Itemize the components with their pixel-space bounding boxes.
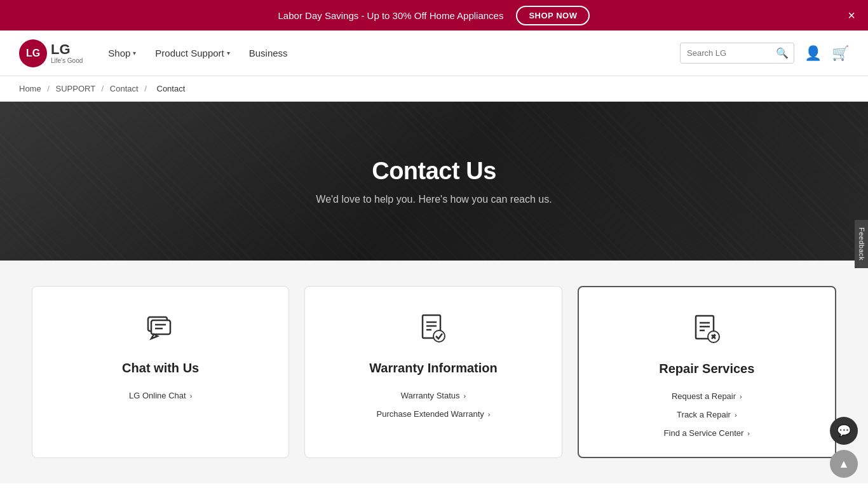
nav-item-product-support[interactable]: Product Support ▾ [155, 48, 229, 58]
lg-online-chat-label: LG Online Chat [129, 391, 186, 400]
breadcrumb-home[interactable]: Home [19, 84, 41, 93]
announcement-bar: Labor Day Savings - Up to 30% Off Home A… [0, 0, 868, 30]
hero-content: Contact Us We'd love to help you. Here's… [316, 158, 552, 205]
repair-card-links: Request a Repair › Track a Repair › Find… [598, 391, 816, 438]
chat-card: Chat with Us LG Online Chat › [32, 286, 289, 458]
logo-text-area: LG Life's Good [51, 42, 83, 64]
logo-circle: LG [19, 39, 47, 67]
warranty-icon-svg [417, 312, 449, 344]
repair-card-icon [691, 313, 722, 350]
nav-shop-label: Shop [108, 48, 130, 58]
shop-now-button[interactable]: SHOP NOW [516, 6, 590, 25]
logo-lg-text: LG [51, 42, 83, 57]
main-nav: Shop ▾ Product Support ▾ Business [108, 48, 680, 58]
chat-link-chevron: › [190, 392, 193, 400]
breadcrumb-contact-link[interactable]: Contact [110, 84, 139, 93]
scroll-to-top-button[interactable]: ▲ [830, 450, 858, 478]
chat-card-links: LG Online Chat › [51, 391, 269, 400]
repair-icon-svg [691, 313, 722, 344]
hero-subtitle: We'd love to help you. Here's how you ca… [316, 194, 552, 205]
floating-chat-button[interactable]: 💬 [830, 417, 858, 445]
warranty-card: Warranty Information Warranty Status › P… [304, 286, 562, 458]
nav-support-chevron: ▾ [227, 50, 230, 57]
chat-card-icon [145, 312, 177, 349]
warranty-status-chevron: › [464, 392, 466, 400]
search-button[interactable]: 🔍 [776, 47, 789, 59]
warranty-status-label: Warranty Status [401, 391, 460, 400]
logo-text: LG [26, 48, 40, 59]
logo-tagline: Life's Good [51, 57, 83, 64]
request-repair-link[interactable]: Request a Repair › [672, 391, 742, 401]
announcement-text: Labor Day Savings - Up to 30% Off Home A… [278, 10, 504, 21]
floating-buttons: 💬 ▲ [830, 417, 858, 478]
breadcrumb-current: Contact [157, 84, 186, 93]
track-repair-link[interactable]: Track a Repair › [677, 410, 736, 419]
find-service-center-link[interactable]: Find a Service Center › [664, 428, 750, 438]
hero-section: Contact Us We'd love to help you. Here's… [0, 102, 868, 261]
close-announcement-button[interactable]: × [848, 9, 855, 22]
nav-shop-chevron: ▾ [133, 50, 136, 57]
extended-warranty-chevron: › [488, 410, 491, 418]
repair-card-title: Repair Services [659, 362, 754, 376]
request-repair-label: Request a Repair [672, 391, 736, 401]
chat-card-title: Chat with Us [122, 361, 199, 376]
warranty-card-title: Warranty Information [369, 361, 498, 376]
logo-link[interactable]: LG LG Life's Good [19, 39, 83, 67]
search-box: 🔍 [680, 43, 794, 64]
hero-title: Contact Us [316, 158, 552, 185]
svg-rect-1 [151, 320, 170, 334]
track-repair-label: Track a Repair [677, 410, 731, 419]
breadcrumb-sep-2: / [102, 84, 104, 93]
nav-support-label: Product Support [155, 48, 224, 58]
lg-online-chat-link[interactable]: LG Online Chat › [129, 391, 192, 400]
nav-item-shop[interactable]: Shop ▾ [108, 48, 136, 58]
find-service-center-label: Find a Service Center [664, 428, 744, 438]
cards-section: Chat with Us LG Online Chat › Warranty I… [0, 261, 868, 484]
nav-item-business[interactable]: Business [249, 48, 288, 58]
breadcrumb-sep-1: / [47, 84, 50, 93]
chat-icon-svg [145, 312, 177, 344]
repair-card: Repair Services Request a Repair › Track… [578, 286, 836, 458]
header-actions: 🔍 👤 🛒 [680, 43, 849, 64]
feedback-tab[interactable]: Feedback [855, 220, 868, 268]
request-repair-chevron: › [740, 393, 742, 400]
cart-button[interactable]: 🛒 [832, 45, 849, 62]
extended-warranty-label: Purchase Extended Warranty [376, 409, 484, 419]
header: LG LG Life's Good Shop ▾ Product Support… [0, 30, 868, 76]
nav-business-label: Business [249, 48, 288, 58]
find-service-center-chevron: › [747, 430, 750, 437]
warranty-card-icon [417, 312, 449, 349]
extended-warranty-link[interactable]: Purchase Extended Warranty › [376, 409, 490, 419]
account-button[interactable]: 👤 [804, 45, 822, 62]
breadcrumb: Home / SUPPORT / Contact / Contact [0, 76, 868, 102]
svg-point-9 [433, 330, 445, 342]
warranty-status-link[interactable]: Warranty Status › [401, 391, 466, 400]
svg-marker-4 [151, 334, 158, 339]
search-input[interactable] [687, 48, 776, 58]
track-repair-chevron: › [735, 411, 737, 419]
breadcrumb-sep-3: / [144, 84, 147, 93]
warranty-card-links: Warranty Status › Purchase Extended Warr… [324, 391, 542, 419]
breadcrumb-support[interactable]: SUPPORT [56, 84, 95, 93]
